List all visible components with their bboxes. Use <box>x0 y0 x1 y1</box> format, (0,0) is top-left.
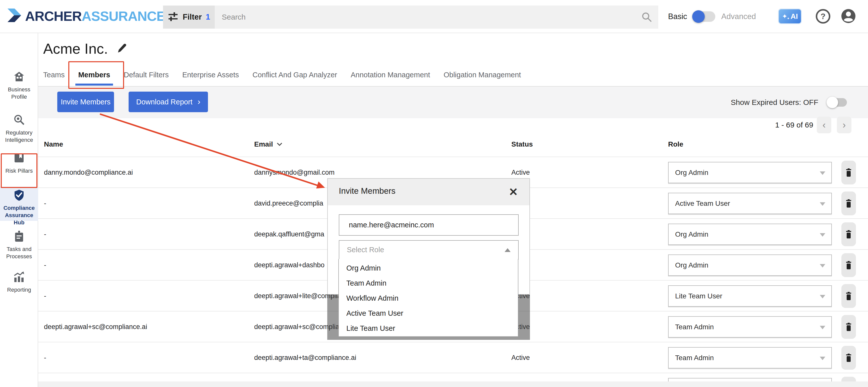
delete-member-button[interactable] <box>841 346 856 370</box>
delete-member-button[interactable] <box>841 284 856 308</box>
question-mark-icon: ? <box>820 12 826 21</box>
role-select[interactable]: Team Admin <box>668 316 832 337</box>
mode-advanced-label: Advanced <box>721 12 756 21</box>
edit-pencil-icon[interactable] <box>116 42 127 55</box>
building-icon <box>13 71 25 84</box>
tab[interactable]: Obligation Management <box>437 63 528 86</box>
invite-email-input[interactable] <box>339 214 519 236</box>
member-name: - <box>44 230 46 238</box>
member-name: - <box>44 261 46 269</box>
role-select[interactable]: Active Team User <box>668 193 832 214</box>
help-button[interactable]: ? <box>816 9 830 24</box>
mode-basic-label: Basic <box>668 12 687 21</box>
switch-knob <box>692 10 705 23</box>
magnifier-eye-icon <box>13 114 25 127</box>
search-input[interactable] <box>215 5 658 29</box>
sidebar-item-regulatory-intelligence[interactable]: Regulatory Intelligence <box>0 114 38 143</box>
role-select[interactable]: Org Admin <box>668 162 832 183</box>
chevron-down-icon <box>820 202 825 206</box>
sidebar-item-business-profile[interactable]: Business Profile <box>0 71 38 100</box>
sidebar-item-reporting[interactable]: Reporting <box>0 271 38 293</box>
trash-icon <box>845 230 852 239</box>
trash-icon <box>845 292 852 300</box>
person-icon <box>841 8 856 24</box>
annotation-box-members-tab <box>68 61 124 89</box>
sidebar-item-label: Compliance Assurance Hub <box>1 204 37 226</box>
role-select[interactable]: Org Admin <box>668 255 832 276</box>
delete-member-button[interactable] <box>841 253 856 277</box>
chevron-down-icon <box>820 264 825 267</box>
member-name: danny.mondo@compliance.ai <box>44 168 133 176</box>
tab[interactable]: Teams <box>43 63 71 86</box>
modal-header: Invite Members ✕ <box>328 179 529 205</box>
toggle-knob <box>827 97 838 108</box>
horizontal-scrollbar-track[interactable] <box>38 382 868 387</box>
filter-sliders-icon <box>167 11 179 23</box>
member-status: Active <box>512 168 530 176</box>
close-icon: ✕ <box>509 186 518 198</box>
sparkle-icon: ✦ <box>782 13 787 20</box>
pagination-next-button[interactable]: › <box>837 117 851 133</box>
ai-assistant-button[interactable]: ✦✦ AI <box>778 8 802 24</box>
download-report-button[interactable]: Download Report › <box>129 92 208 112</box>
modal-title: Invite Members <box>339 186 396 196</box>
search-bar <box>215 5 658 29</box>
delete-member-button[interactable] <box>841 315 856 339</box>
basic-advanced-switch[interactable] <box>693 11 715 22</box>
member-name: - <box>44 199 46 207</box>
role-select[interactable]: Lite Team User <box>668 285 832 307</box>
profile-avatar-button[interactable] <box>841 8 856 25</box>
modal-shadow <box>518 294 530 340</box>
role-select[interactable]: Team Admin <box>668 347 832 368</box>
chevron-down-icon <box>820 295 825 298</box>
role-option[interactable]: Org Admin <box>339 260 518 276</box>
role-select-placeholder: Select Role <box>347 246 384 254</box>
chevron-down-icon <box>820 326 825 329</box>
bar-chart-arrow-icon <box>13 271 25 284</box>
pagination: 1 - 69 of 69 ‹ › <box>38 118 868 133</box>
show-expired-toggle[interactable] <box>828 98 847 107</box>
org-tabs: TeamsMembersDefault FiltersEnterprise As… <box>38 64 868 87</box>
chevron-right-icon: › <box>843 120 846 130</box>
role-option[interactable]: Team Admin <box>339 276 518 291</box>
trash-icon <box>845 354 852 362</box>
filter-label: Filter <box>183 12 202 22</box>
trash-icon <box>845 261 852 269</box>
delete-member-button[interactable] <box>841 222 856 246</box>
role-option[interactable]: Active Team User <box>339 306 518 321</box>
tab[interactable]: Enterprise Assets <box>176 63 246 86</box>
trash-icon <box>845 199 852 208</box>
invite-members-button[interactable]: Invite Members <box>57 92 114 112</box>
trash-icon <box>845 323 852 331</box>
member-name: - <box>44 354 46 361</box>
column-header-name: Name <box>44 140 63 148</box>
role-select-trigger[interactable]: Select Role <box>339 240 519 259</box>
sidebar-item-tasks-and-processes[interactable]: Tasks and Processes <box>0 230 38 260</box>
show-expired-label: Show Expired Users: OFF <box>731 87 818 118</box>
table-row: - deepti.agrawal+ta@compliance.ai Active… <box>38 342 868 373</box>
app-root: ARCHERASSURANCE AI Filter 1 <box>0 0 868 387</box>
member-name: - <box>44 292 46 300</box>
delete-member-button[interactable] <box>841 192 856 215</box>
role-option[interactable]: Lite Team User <box>339 321 518 336</box>
logo-text-primary: ARCHER <box>25 8 82 24</box>
tab[interactable]: Annotation Management <box>344 63 437 86</box>
role-select[interactable]: Org Admin <box>668 224 832 245</box>
modal-shadow <box>339 337 518 340</box>
top-bar: ARCHERASSURANCE AI Filter 1 <box>0 0 868 33</box>
member-email: david.preece@complia <box>254 199 323 207</box>
sidebar-item-compliance-assurance-hub[interactable]: Compliance Assurance Hub <box>0 187 38 221</box>
modal-shadow <box>327 294 339 340</box>
delete-member-button[interactable] <box>841 161 856 185</box>
sidebar-item-label: Tasks and Processes <box>1 246 37 260</box>
role-option[interactable]: Workflow Admin <box>339 291 518 306</box>
search-mode-toggle: Basic Advanced <box>668 0 756 33</box>
close-button[interactable]: ✕ <box>506 184 521 199</box>
annotation-box-compliance-hub <box>1 153 37 188</box>
column-header-email[interactable]: Email <box>254 140 283 148</box>
pagination-prev-button[interactable]: ‹ <box>817 117 831 133</box>
filter-button[interactable]: Filter 1 <box>163 5 215 29</box>
tab[interactable]: Conflict And Gap Analyzer <box>246 63 344 86</box>
tab[interactable]: Default Filters <box>117 63 176 86</box>
chevron-right-icon: › <box>197 97 200 106</box>
